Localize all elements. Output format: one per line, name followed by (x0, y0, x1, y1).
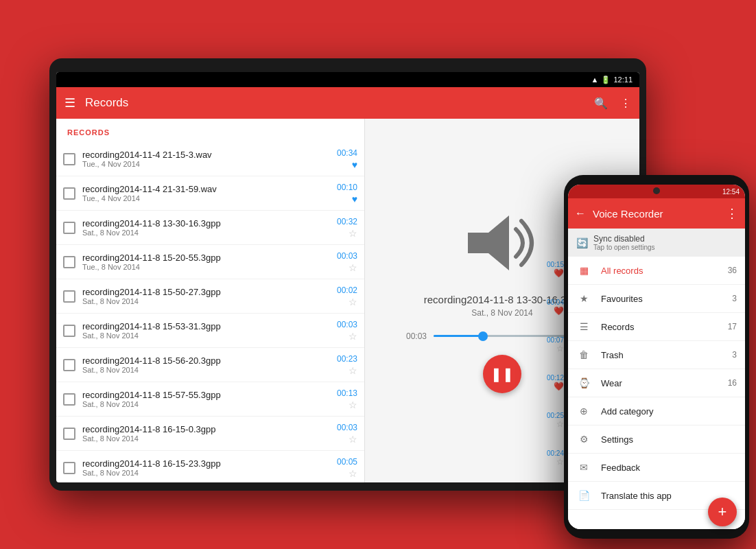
recording-name: recording2014-11-8 15-50-27.3gpp (82, 287, 337, 297)
recording-star[interactable]: ☆ (349, 399, 357, 410)
recording-star[interactable]: ☆ (349, 262, 357, 273)
recording-name: recording2014-11-4 21-31-59.wav (82, 184, 337, 194)
back-button[interactable]: ← (575, 207, 586, 220)
recording-item[interactable]: recording2014-11-8 15-56-20.3gpp Sat., 8… (56, 348, 364, 382)
recording-item[interactable]: recording2014-11-8 16-15-0.3gpp Sat., 8 … (56, 417, 364, 451)
speaker-icon (461, 209, 543, 280)
phone-time: 12:54 (722, 188, 740, 196)
side-duration-4: 00:12 (547, 374, 564, 382)
recording-item[interactable]: recording2014-11-8 15-53-31.3gpp Sat., 8… (56, 314, 364, 348)
nav-item-trash[interactable]: 🗑 Trash 3 (568, 341, 745, 369)
recording-duration: 00:10 (337, 183, 357, 192)
recording-star[interactable]: ☆ (349, 434, 357, 445)
recording-date: Sat., 8 Nov 2014 (82, 366, 337, 374)
recording-duration: 00:02 (337, 285, 357, 295)
recording-item[interactable]: recording2014-11-8 16-15-23.3gpp Sat., 8… (56, 451, 364, 482)
sync-bar[interactable]: 🔄 Sync disabled Tap to open settings (568, 229, 745, 257)
recording-checkbox[interactable] (63, 187, 75, 200)
search-icon[interactable]: 🔍 (594, 97, 608, 110)
recording-duration: 00:23 (337, 354, 357, 364)
recording-star[interactable]: ☆ (349, 331, 357, 342)
recording-star[interactable]: ☆ (349, 468, 357, 479)
recording-info: recording2014-11-8 16-15-0.3gpp Sat., 8 … (82, 424, 337, 443)
recording-checkbox[interactable] (63, 153, 75, 165)
recording-info: recording2014-11-8 16-15-23.3gpp Sat., 8… (82, 458, 337, 477)
side-duration-6: 00:24 (547, 449, 564, 457)
svg-marker-0 (468, 215, 509, 270)
recording-item[interactable]: recording2014-11-8 13-30-16.3gpp Sat., 8… (56, 211, 364, 245)
recording-checkbox[interactable] (63, 325, 75, 337)
nav-item-favourites[interactable]: ★ Favourites 3 (568, 285, 745, 313)
playback-progress (434, 335, 483, 337)
nav-item-all-records[interactable]: ▦ All records 36 (568, 257, 745, 285)
phone-more-button[interactable]: ⋮ (726, 206, 738, 221)
recording-item[interactable]: recording2014-11-8 15-57-55.3gpp Sat., 8… (56, 382, 364, 417)
phone: 12:54 ← Voice Recorder ⋮ 🔄 Sync disabled… (564, 175, 749, 539)
recording-date: Tue., 4 Nov 2014 (82, 160, 337, 168)
tablet-title: Records (85, 96, 594, 110)
recording-date: Tue., 8 Nov 2014 (82, 263, 337, 271)
recording-star[interactable]: ☆ (349, 365, 357, 376)
nav-item-feedback[interactable]: ✉ Feedback (568, 454, 745, 482)
recording-item[interactable]: recording2014-11-4 21-31-59.wav Tue., 4 … (56, 176, 364, 211)
recording-date: Sat., 8 Nov 2014 (82, 229, 337, 237)
recording-duration: 00:13 (337, 388, 357, 398)
battery-icon: 🔋 (601, 75, 611, 84)
list-icon: ☰ (576, 321, 591, 332)
tablet-statusbar: ▲ 🔋 12:11 (56, 72, 639, 87)
side-star-3: ☆ (547, 344, 564, 353)
recording-checkbox[interactable] (63, 222, 75, 234)
pause-button[interactable]: ❚❚ (483, 355, 521, 393)
recording-item[interactable]: recording2014-11-8 15-50-27.3gpp Sat., 8… (56, 279, 364, 314)
recording-star[interactable]: ♥ (352, 194, 357, 205)
nav-item-wear[interactable]: ⌚ Wear 16 (568, 369, 745, 397)
nav-item-records[interactable]: ☰ Records 17 (568, 313, 745, 341)
sync-info: Sync disabled Tap to open settings (593, 234, 737, 251)
recording-meta: 00:32 ☆ (337, 217, 357, 239)
recording-star[interactable]: ☆ (349, 296, 357, 307)
recording-meta: 00:10 ♥ (337, 183, 357, 205)
hamburger-icon[interactable]: ☰ (64, 95, 75, 110)
recording-checkbox[interactable] (63, 256, 75, 268)
recording-star[interactable]: ♥ (352, 159, 357, 170)
phone-title: Voice Recorder (593, 208, 726, 220)
nav-item-settings[interactable]: ⚙ Settings (568, 425, 745, 454)
side-recording-items: 00:15 ❤️ 00:04 ❤️ 00:07 ☆ 00:12 ❤️ 00:25… (547, 261, 564, 467)
recording-item[interactable]: recording2014-11-4 21-15-3.wav Tue., 4 N… (56, 142, 364, 176)
side-star-5: ☆ (547, 419, 564, 429)
nav-label-all-records: All records (601, 266, 728, 276)
grid-icon: ▦ (576, 265, 591, 276)
recording-checkbox[interactable] (63, 462, 75, 474)
recording-checkbox[interactable] (63, 359, 75, 371)
recording-duration: 00:32 (337, 217, 357, 226)
sync-icon: 🔄 (576, 237, 588, 248)
recording-star[interactable]: ☆ (349, 228, 357, 239)
side-star-2: ❤️ (547, 306, 564, 316)
recording-name: recording2014-11-4 21-15-3.wav (82, 150, 337, 160)
recording-duration: 00:34 (337, 148, 357, 158)
recording-meta: 00:34 ♥ (337, 148, 357, 170)
side-item-3: 00:07 ☆ (547, 336, 564, 353)
side-item-1: 00:15 ❤️ (547, 261, 564, 278)
recording-name: recording2014-11-8 15-20-55.3gpp (82, 253, 337, 263)
recording-checkbox[interactable] (63, 393, 75, 406)
recording-info: recording2014-11-8 15-20-55.3gpp Tue., 8… (82, 253, 337, 271)
watch-icon: ⌚ (576, 377, 591, 388)
recording-date: Sat., 8 Nov 2014 (82, 297, 337, 305)
recording-checkbox[interactable] (63, 428, 75, 440)
phone-camera (653, 187, 660, 194)
recording-date: Sat., 8 Nov 2014 (82, 331, 337, 340)
recording-info: recording2014-11-8 15-53-31.3gpp Sat., 8… (82, 321, 337, 340)
nav-item-add-category[interactable]: ⊕ Add category (568, 397, 745, 425)
fab-button[interactable]: + (708, 498, 737, 526)
phone-screen: 12:54 ← Voice Recorder ⋮ 🔄 Sync disabled… (568, 185, 745, 529)
nav-label-favourites: Favourites (601, 294, 732, 304)
recording-name: recording2014-11-8 15-57-55.3gpp (82, 390, 337, 400)
recording-checkbox[interactable] (63, 290, 75, 303)
more-icon[interactable]: ⋮ (620, 97, 631, 110)
recording-item[interactable]: recording2014-11-8 15-20-55.3gpp Tue., 8… (56, 245, 364, 279)
recording-meta: 00:03 ☆ (337, 251, 357, 273)
pause-icon: ❚❚ (491, 366, 514, 382)
nav-label-wear: Wear (601, 378, 728, 388)
nav-count-wear: 16 (728, 378, 737, 388)
